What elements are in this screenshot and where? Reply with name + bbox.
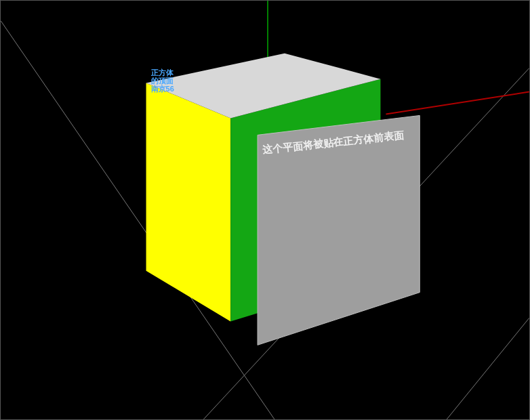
cube-top-label-3: 南京56: [150, 85, 174, 93]
grid-line: [447, 318, 529, 419]
cube-face-left: [146, 83, 231, 322]
3d-viewport[interactable]: 正方体 的顶面 南京56 这个平面将被贴在正方体前表面: [0, 0, 530, 420]
axis-x: [386, 92, 529, 114]
cube-top-label-2: 的顶面: [151, 77, 174, 85]
scene-svg: 正方体 的顶面 南京56 这个平面将被贴在正方体前表面: [1, 1, 529, 419]
cube-top-label-1: 正方体: [150, 68, 174, 77]
